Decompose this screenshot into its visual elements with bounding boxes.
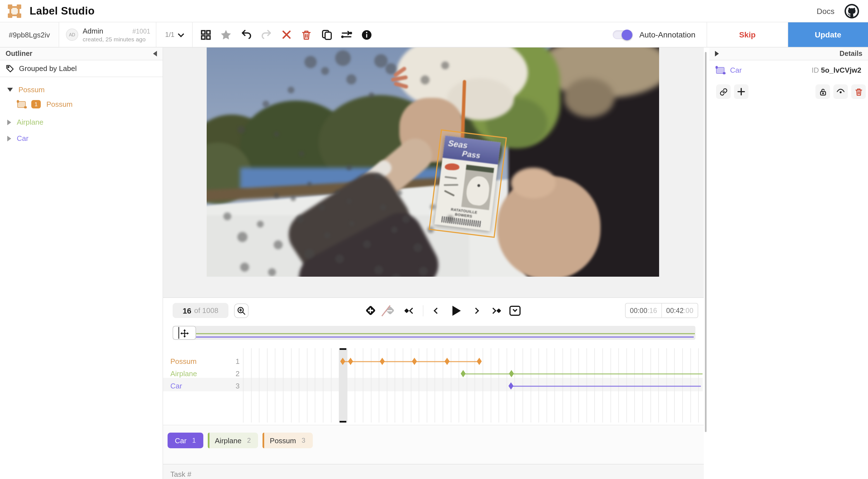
trash-icon [854, 87, 863, 96]
lens-droplet [402, 215, 410, 223]
keyframe-diamond[interactable] [444, 358, 450, 365]
label-studio-logo-icon [8, 4, 21, 18]
track-label-airplane[interactable]: Airplane 2 [170, 369, 240, 378]
docs-link[interactable]: Docs [816, 6, 835, 16]
timeline-collapse-button[interactable] [509, 304, 521, 317]
lens-droplet [346, 165, 352, 171]
settings-swap-button[interactable] [341, 29, 352, 40]
video-frame[interactable]: Seas Pass RATATOUILLE BOWERS [207, 48, 659, 277]
tree-group-car[interactable]: Car [0, 131, 162, 145]
minimap-playhead[interactable] [178, 327, 179, 339]
expanded-arrow-icon[interactable] [7, 88, 13, 92]
outliner-title: Outliner [6, 50, 32, 58]
lens-droplet [391, 227, 398, 233]
tree-group-possum[interactable]: Possum [0, 83, 162, 97]
playhead-tick[interactable] [340, 421, 346, 423]
created-timestamp: created, 25 minutes ago [83, 36, 150, 42]
auto-annotation-toggle[interactable] [613, 30, 632, 39]
ground-truth-star-button[interactable] [220, 29, 232, 40]
play-button[interactable] [450, 304, 463, 317]
reject-annotation-button[interactable] [280, 29, 292, 40]
chevron-down-icon [178, 31, 184, 37]
keyframe-diamond[interactable] [477, 358, 482, 365]
redo-button[interactable] [260, 29, 272, 40]
region-bounding-box[interactable] [429, 129, 507, 238]
region-thumbnail-icon [17, 101, 26, 108]
tree-region-possum[interactable]: 1 Possum [0, 97, 162, 112]
keyframe-diamond[interactable] [348, 358, 353, 365]
keyframe-diamond[interactable] [461, 370, 466, 377]
keyframe-lifespan-line [511, 385, 701, 387]
undo-button[interactable] [240, 29, 252, 40]
keyframe-diamond[interactable] [340, 358, 345, 365]
delete-annotation-trash-button[interactable] [301, 29, 312, 40]
keyframe-diamond[interactable] [380, 358, 385, 365]
next-keyframe-button[interactable] [489, 304, 502, 317]
current-frame: 16 [183, 306, 191, 315]
hide-region-button[interactable] [833, 84, 848, 99]
remove-keyframe-button-disabled [384, 304, 396, 317]
keyframe-row-possum[interactable] [243, 358, 703, 365]
github-icon[interactable] [844, 4, 859, 18]
view-all-grid-button[interactable] [200, 29, 212, 40]
prev-keyframe-button[interactable] [403, 304, 415, 317]
label-button-possum[interactable]: Possum 3 [262, 432, 312, 448]
lens-droplet [238, 126, 245, 133]
minimap-viewport-window[interactable] [173, 326, 196, 340]
avatar: AD [66, 29, 78, 41]
delete-region-button[interactable] [851, 84, 866, 99]
track-label-car[interactable]: Car 3 [170, 382, 240, 390]
track-label-possum[interactable]: Possum 1 [170, 357, 240, 365]
playhead-tick[interactable] [340, 348, 346, 350]
prev-frame-button[interactable] [431, 304, 443, 317]
lens-droplet [304, 249, 314, 259]
task-id-tab[interactable]: #9pb8Lgs2iv [0, 22, 59, 47]
collapse-panel-icon[interactable] [153, 51, 157, 56]
timeline-grid[interactable]: Possum 1 Airplane 2 Car 3 [163, 342, 704, 425]
tree-group-airplane[interactable]: Airplane [0, 115, 162, 129]
region-index-badge: 1 [31, 100, 41, 109]
region-actions [709, 84, 868, 100]
lens-droplet [397, 190, 402, 196]
annotation-pager[interactable]: 1/1 [156, 22, 193, 47]
keyframe-row-airplane[interactable] [243, 370, 703, 377]
lens-droplet [288, 87, 294, 93]
lens-droplet [257, 221, 264, 228]
lens-droplet [238, 232, 247, 242]
lens-droplet [374, 173, 381, 180]
region-thumbnail-icon [716, 67, 724, 73]
label-button-car[interactable]: Car 1 [167, 432, 203, 448]
selected-region-row[interactable]: Car ID 5o_lvCVjw2 [709, 66, 868, 74]
label-button-airplane[interactable]: Airplane 2 [208, 432, 258, 448]
lens-droplet [419, 267, 428, 275]
lens-droplet [240, 263, 249, 272]
frame-counter[interactable]: 16 of 1008 [173, 303, 228, 318]
panel-resizer-scrollbar[interactable] [705, 52, 707, 432]
lens-droplet [274, 131, 279, 137]
add-meta-button[interactable] [734, 84, 748, 99]
lens-droplet [363, 240, 371, 248]
keyframe-diamond[interactable] [509, 370, 514, 377]
zoom-button[interactable] [234, 303, 249, 318]
add-keyframe-button[interactable] [364, 304, 376, 317]
lock-region-button[interactable] [815, 84, 830, 99]
info-button[interactable] [361, 29, 373, 40]
skip-button[interactable]: Skip [707, 22, 788, 47]
grouping-selector[interactable]: Grouped by Label [0, 60, 162, 77]
keyframe-diamond[interactable] [508, 382, 514, 390]
update-button[interactable]: Update [788, 22, 868, 47]
keyframe-row-car[interactable] [243, 382, 703, 390]
lens-droplet [413, 243, 422, 252]
collapse-panel-icon[interactable] [715, 51, 719, 56]
timeline-minimap[interactable] [173, 326, 695, 340]
footer-band: Task # [163, 464, 704, 479]
collapsed-arrow-icon[interactable] [7, 119, 11, 125]
annotation-selector[interactable]: AD Admin #1001 created, 25 minutes ago [59, 22, 156, 47]
collapsed-arrow-icon[interactable] [7, 136, 11, 141]
group-label: Airplane [17, 118, 43, 126]
keyframe-diamond[interactable] [412, 358, 417, 365]
pager-count: 1/1 [165, 31, 174, 38]
next-frame-button[interactable] [470, 304, 482, 317]
duplicate-annotation-button[interactable] [320, 29, 332, 40]
relations-link-button[interactable] [716, 84, 731, 99]
